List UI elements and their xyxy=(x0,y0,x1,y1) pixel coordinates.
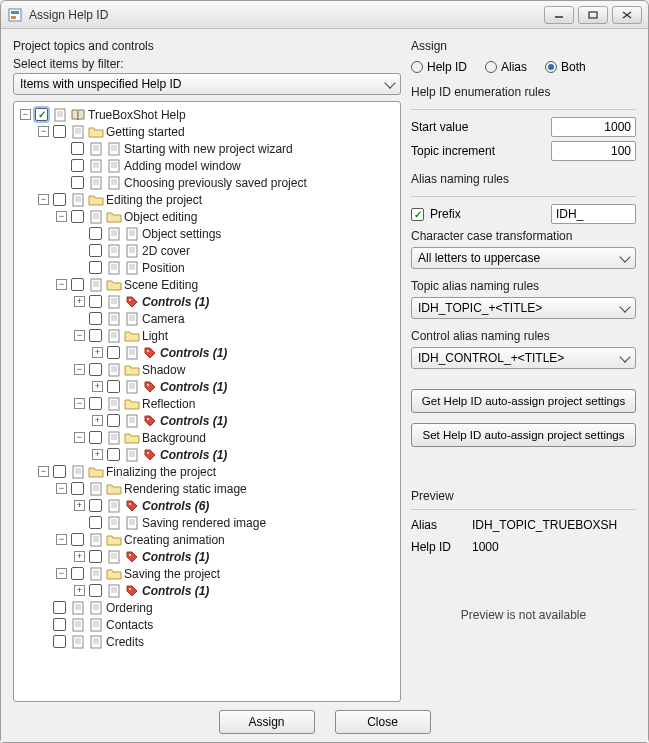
expand-toggle[interactable]: − xyxy=(74,364,85,375)
expand-toggle[interactable]: + xyxy=(74,296,85,307)
expand-toggle[interactable]: + xyxy=(92,347,103,358)
tree-checkbox[interactable] xyxy=(71,278,84,291)
tree-checkbox[interactable] xyxy=(53,635,66,648)
tree-checkbox[interactable] xyxy=(107,414,120,427)
tree-node[interactable]: −Editing the project xyxy=(38,191,398,208)
expand-toggle[interactable]: + xyxy=(74,551,85,562)
get-settings-button[interactable]: Get Help ID auto-assign project settings xyxy=(411,389,636,413)
tree-checkbox[interactable] xyxy=(89,431,102,444)
tree-node[interactable]: +Controls (1) xyxy=(74,293,398,310)
tree-node[interactable]: Saving rendered image xyxy=(74,514,398,531)
tree-checkbox[interactable] xyxy=(89,550,102,563)
expand-toggle[interactable] xyxy=(38,619,49,630)
tree-checkbox[interactable] xyxy=(89,397,102,410)
tree-checkbox[interactable] xyxy=(89,227,102,240)
close-button[interactable] xyxy=(612,6,642,24)
tree-node[interactable]: −Shadow xyxy=(74,361,398,378)
tree-node[interactable]: −Scene Editing xyxy=(56,276,398,293)
expand-toggle[interactable] xyxy=(74,228,85,239)
expand-toggle[interactable]: − xyxy=(74,330,85,341)
expand-toggle[interactable]: − xyxy=(56,211,67,222)
tree-node[interactable]: −Object editing xyxy=(56,208,398,225)
expand-toggle[interactable] xyxy=(56,160,67,171)
expand-toggle[interactable] xyxy=(74,245,85,256)
tree-node[interactable]: Adding model window xyxy=(56,157,398,174)
tree-node[interactable]: −TrueBoxShot Help xyxy=(20,106,398,123)
tree-checkbox[interactable] xyxy=(71,142,84,155)
tree-node[interactable]: −Reflection xyxy=(74,395,398,412)
tree-view[interactable]: −TrueBoxShot Help−Getting startedStartin… xyxy=(13,101,401,702)
tree-node[interactable]: −Background xyxy=(74,429,398,446)
expand-toggle[interactable]: − xyxy=(38,126,49,137)
minimize-button[interactable] xyxy=(544,6,574,24)
expand-toggle[interactable]: + xyxy=(74,585,85,596)
expand-toggle[interactable]: − xyxy=(74,432,85,443)
tree-checkbox[interactable] xyxy=(71,533,84,546)
tree-checkbox[interactable] xyxy=(89,499,102,512)
case-combo[interactable]: All letters to uppercase xyxy=(411,247,636,269)
tree-checkbox[interactable] xyxy=(89,584,102,597)
tree-checkbox[interactable] xyxy=(53,193,66,206)
tree-checkbox[interactable] xyxy=(71,176,84,189)
tree-node[interactable]: +Controls (1) xyxy=(92,378,398,395)
tree-node[interactable]: +Controls (6) xyxy=(74,497,398,514)
tree-checkbox[interactable] xyxy=(53,465,66,478)
tree-node[interactable]: 2D cover xyxy=(74,242,398,259)
expand-toggle[interactable] xyxy=(74,262,85,273)
tree-checkbox[interactable] xyxy=(71,210,84,223)
tree-node[interactable]: −Rendering static image xyxy=(56,480,398,497)
tree-checkbox[interactable] xyxy=(89,329,102,342)
tree-node[interactable]: Position xyxy=(74,259,398,276)
tree-checkbox[interactable] xyxy=(107,346,120,359)
tree-checkbox[interactable] xyxy=(53,125,66,138)
expand-toggle[interactable]: − xyxy=(38,466,49,477)
expand-toggle[interactable]: − xyxy=(56,568,67,579)
increment-input[interactable] xyxy=(551,141,636,161)
set-settings-button[interactable]: Set Help ID auto-assign project settings xyxy=(411,423,636,447)
tree-node[interactable]: Camera xyxy=(74,310,398,327)
tree-checkbox[interactable] xyxy=(89,363,102,376)
tree-checkbox[interactable] xyxy=(89,312,102,325)
tree-node[interactable]: +Controls (1) xyxy=(74,582,398,599)
expand-toggle[interactable]: − xyxy=(56,483,67,494)
tree-checkbox[interactable] xyxy=(107,380,120,393)
expand-toggle[interactable] xyxy=(38,602,49,613)
start-value-input[interactable] xyxy=(551,117,636,137)
tree-checkbox[interactable] xyxy=(71,567,84,580)
maximize-button[interactable] xyxy=(578,6,608,24)
filter-combo[interactable]: Items with unspecified Help ID xyxy=(13,73,401,95)
expand-toggle[interactable] xyxy=(74,517,85,528)
expand-toggle[interactable]: − xyxy=(56,534,67,545)
tree-node[interactable]: −Saving the project xyxy=(56,565,398,582)
tree-checkbox[interactable] xyxy=(53,618,66,631)
tree-checkbox[interactable] xyxy=(89,295,102,308)
radio-helpid[interactable]: Help ID xyxy=(411,60,467,74)
expand-toggle[interactable]: + xyxy=(92,449,103,460)
expand-toggle[interactable] xyxy=(56,143,67,154)
expand-toggle[interactable]: + xyxy=(74,500,85,511)
expand-toggle[interactable]: − xyxy=(20,109,31,120)
expand-toggle[interactable]: − xyxy=(38,194,49,205)
topic-rules-combo[interactable]: IDH_TOPIC_+<TITLE> xyxy=(411,297,636,319)
tree-node[interactable]: +Controls (1) xyxy=(92,412,398,429)
tree-node[interactable]: Contacts xyxy=(38,616,398,633)
tree-checkbox[interactable] xyxy=(89,244,102,257)
prefix-checkbox[interactable] xyxy=(411,208,424,221)
tree-node[interactable]: −Getting started xyxy=(38,123,398,140)
titlebar[interactable]: Assign Help ID xyxy=(1,1,648,29)
expand-toggle[interactable]: − xyxy=(74,398,85,409)
prefix-input[interactable] xyxy=(551,204,636,224)
tree-checkbox[interactable] xyxy=(71,159,84,172)
tree-checkbox[interactable] xyxy=(89,261,102,274)
tree-node[interactable]: Ordering xyxy=(38,599,398,616)
expand-toggle[interactable]: + xyxy=(92,381,103,392)
tree-node[interactable]: Object settings xyxy=(74,225,398,242)
expand-toggle[interactable] xyxy=(38,636,49,647)
tree-node[interactable]: +Controls (1) xyxy=(92,344,398,361)
tree-checkbox[interactable] xyxy=(35,108,48,121)
tree-node[interactable]: −Finalizing the project xyxy=(38,463,398,480)
assign-button[interactable]: Assign xyxy=(219,710,315,734)
tree-node[interactable]: Credits xyxy=(38,633,398,650)
tree-checkbox[interactable] xyxy=(89,516,102,529)
tree-node[interactable]: +Controls (1) xyxy=(92,446,398,463)
